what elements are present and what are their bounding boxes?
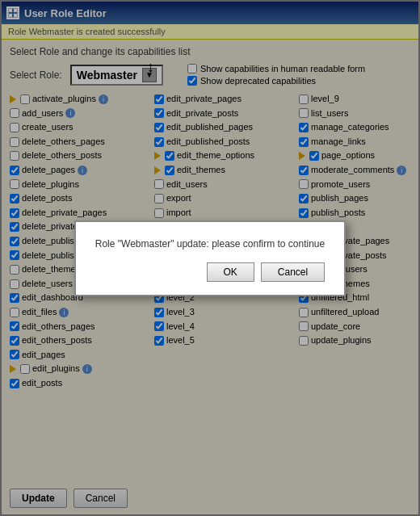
dialog-cancel-button[interactable]: Cancel	[261, 262, 325, 282]
dialog-buttons: OK Cancel	[95, 262, 325, 282]
dialog-ok-button[interactable]: OK	[207, 262, 254, 282]
dialog-message: Role "Webmaster" update: please confirm …	[95, 238, 325, 250]
confirm-dialog: Role "Webmaster" update: please confirm …	[74, 220, 346, 296]
dialog-overlay: Role "Webmaster" update: please confirm …	[0, 0, 420, 516]
